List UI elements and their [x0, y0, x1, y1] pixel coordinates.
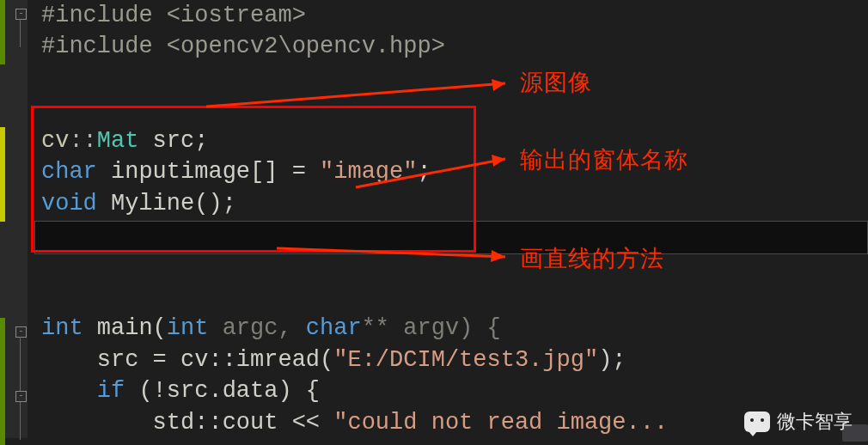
code-line[interactable]: int main(int argc, char** argv) {: [34, 313, 868, 344]
watermark-text: 微卡智享: [777, 409, 853, 435]
code-line[interactable]: cv::Mat src;: [34, 125, 868, 156]
wechat-icon: [744, 411, 770, 432]
code-editor[interactable]: - - - #include <iostream> #include <open…: [0, 0, 868, 438]
code-line[interactable]: [34, 282, 868, 313]
code-line[interactable]: if (!src.data) {: [34, 375, 868, 406]
fold-icon[interactable]: -: [15, 9, 27, 20]
annotation-label: 源图像: [520, 67, 592, 98]
annotation-label: 画直线的方法: [520, 243, 664, 274]
code-line[interactable]: #include <opencv2\opencv.hpp>: [34, 31, 868, 62]
gutter: - - -: [0, 0, 28, 438]
fold-icon[interactable]: -: [15, 391, 27, 402]
code-line[interactable]: #include <iostream>: [34, 0, 868, 31]
code-line[interactable]: [34, 219, 868, 250]
code-line[interactable]: std::cout << "could not read image...: [34, 407, 868, 438]
code-line[interactable]: void Myline();: [34, 188, 868, 219]
code-line[interactable]: [34, 63, 868, 94]
code-line[interactable]: char inputimage[] = "image";: [34, 156, 868, 187]
watermark: 微卡智享: [744, 409, 853, 435]
annotation-label: 输出的窗体名称: [520, 144, 688, 175]
code-line[interactable]: src = cv::imread("E:/DCIM/test3.jpg");: [34, 344, 868, 375]
fold-icon[interactable]: -: [15, 326, 27, 338]
code-line[interactable]: [34, 94, 868, 125]
code-line[interactable]: [34, 251, 868, 282]
